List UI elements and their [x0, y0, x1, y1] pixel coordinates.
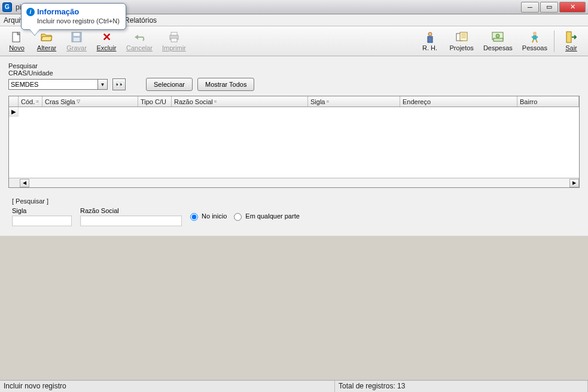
novo-label: Novo — [9, 44, 25, 51]
cras-combo-input[interactable] — [8, 79, 98, 90]
svg-rect-25 — [566, 32, 571, 42]
tooltip-title: Informação — [37, 7, 79, 16]
chevron-down-icon[interactable]: ▼ — [98, 79, 108, 90]
col-endereco[interactable]: Endereço — [400, 96, 517, 107]
col-bairro[interactable]: Bairro — [517, 96, 579, 107]
no-inicio-radio[interactable]: No inicio — [190, 212, 227, 221]
svg-line-23 — [532, 39, 534, 42]
menu-relatorios[interactable]: Relatórios — [124, 16, 157, 25]
imprimir-button[interactable]: Imprimir — [159, 28, 189, 54]
col-tipo[interactable]: Tipo C/U — [138, 96, 172, 107]
sigla-input[interactable] — [12, 215, 72, 226]
tooltip-body: Incluir novo registro (Ctrl+N) — [26, 17, 120, 25]
excluir-label: Excluir — [96, 44, 116, 51]
minimize-button[interactable]: ─ — [521, 2, 539, 13]
grid-header: Cód.= Cras Sigla▽ Tipo C/U Razão Social=… — [9, 96, 579, 107]
undo-icon — [133, 31, 145, 43]
close-button[interactable]: ✕ — [559, 2, 586, 13]
alterar-label: Alterar — [37, 44, 56, 51]
cras-combo[interactable]: ▼ — [8, 79, 108, 90]
despesas-button[interactable]: Despesas — [480, 28, 516, 54]
cancelar-button[interactable]: Cancelar — [123, 28, 156, 54]
col-razao[interactable]: Razão Social= — [172, 96, 308, 107]
row-indicator-icon: ▶ — [9, 107, 19, 117]
scroll-right-icon[interactable]: ▶ — [569, 179, 579, 187]
rh-button[interactable]: R. H. — [417, 28, 443, 54]
svg-line-24 — [536, 39, 537, 42]
data-grid[interactable]: Cód.= Cras Sigla▽ Tipo C/U Razão Social=… — [8, 96, 580, 188]
grid-indicator-col — [9, 96, 19, 107]
svg-rect-8 — [171, 38, 177, 42]
open-folder-icon — [41, 31, 53, 43]
maximize-button[interactable]: ▭ — [540, 2, 558, 13]
svg-rect-18 — [493, 38, 503, 41]
cras-unidade-label: CRAS/Unidade — [8, 69, 580, 77]
projects-icon — [456, 31, 468, 43]
exit-door-icon — [565, 31, 577, 43]
binoculars-icon: 👀 — [115, 80, 123, 89]
scroll-left-icon[interactable]: ◀ — [20, 179, 29, 187]
svg-marker-5 — [135, 35, 138, 39]
content-area: Pesquisar CRAS/Unidade ▼ 👀 Selecionar Mo… — [0, 56, 588, 236]
qualquer-parte-radio[interactable]: Em qualquer parte — [234, 212, 300, 221]
svg-rect-3 — [74, 33, 80, 36]
despesas-label: Despesas — [483, 44, 513, 51]
window-controls: ─ ▭ ✕ — [521, 2, 586, 13]
grid-body[interactable]: ▶ — [9, 107, 579, 178]
people-icon — [529, 31, 541, 43]
lower-search-panel: [ Pesquisar ] Sigla Razão Social No inic… — [8, 194, 334, 230]
rh-label: R. H. — [422, 44, 437, 51]
razao-social-input[interactable] — [80, 215, 182, 226]
cancelar-label: Cancelar — [126, 44, 153, 51]
col-cras-sigla[interactable]: Cras Sigla▽ — [42, 96, 138, 107]
svg-point-17 — [496, 34, 499, 38]
col-sigla[interactable]: Sigla= — [308, 96, 400, 107]
svg-point-19 — [533, 32, 537, 35]
print-icon — [168, 31, 180, 43]
status-bar: Incluir novo registro Total de registros… — [0, 380, 588, 392]
sair-button[interactable]: Sair — [558, 28, 584, 54]
col-cod[interactable]: Cód.= — [19, 96, 42, 107]
pessoas-label: Pessoas — [522, 44, 547, 51]
razao-social-label: Razão Social — [80, 207, 182, 214]
app-icon: G — [2, 2, 12, 12]
expenses-icon — [492, 31, 504, 43]
projetos-button[interactable]: Projetos — [447, 28, 477, 54]
person-badge-icon — [424, 31, 436, 43]
save-disk-icon — [71, 31, 83, 43]
projetos-label: Projetos — [450, 44, 474, 51]
sair-label: Sair — [565, 44, 577, 51]
status-left: Incluir novo registro — [0, 381, 335, 392]
excluir-button[interactable]: ✕ Excluir — [93, 28, 120, 54]
info-icon: i — [26, 8, 35, 16]
grid-scrollbar[interactable]: ◀ ▶ — [9, 178, 579, 187]
delete-x-icon: ✕ — [100, 31, 112, 43]
gravar-label: Gravar — [66, 44, 87, 51]
selecionar-button[interactable]: Selecionar — [146, 78, 193, 91]
toolbar: Novo Alterar Gravar ✕ Excluir Cancelar — [0, 26, 588, 56]
pesquisar-label: Pesquisar — [8, 62, 580, 69]
sigla-label: Sigla — [12, 207, 72, 214]
imprimir-label: Imprimir — [162, 44, 186, 51]
lower-search-title: [ Pesquisar ] — [12, 197, 331, 205]
tooltip-balloon: i Informação Incluir novo registro (Ctrl… — [21, 3, 126, 30]
new-document-icon — [11, 31, 23, 43]
status-right: Total de registros: 13 — [335, 381, 588, 392]
svg-rect-12 — [460, 32, 467, 41]
svg-point-9 — [428, 32, 432, 36]
svg-rect-10 — [428, 37, 432, 42]
gravar-button[interactable]: Gravar — [63, 28, 90, 54]
binoculars-button[interactable]: 👀 — [112, 78, 126, 90]
mostrar-todos-button[interactable]: Mostrar Todos — [197, 78, 255, 91]
svg-rect-7 — [171, 32, 177, 35]
novo-button[interactable]: Novo — [4, 28, 30, 54]
svg-rect-4 — [74, 38, 80, 41]
pessoas-button[interactable]: Pessoas — [519, 28, 550, 54]
scroll-track[interactable] — [29, 179, 569, 187]
